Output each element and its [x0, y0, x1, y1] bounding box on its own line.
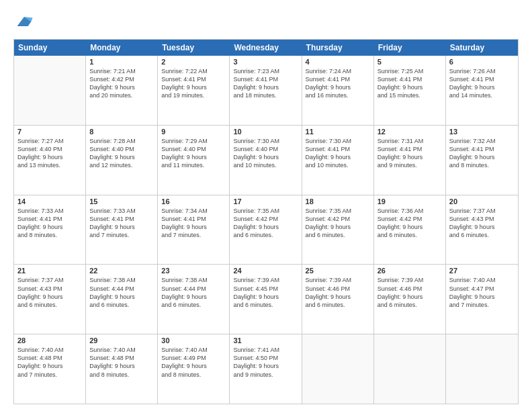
day-number: 31 [233, 336, 298, 345]
day-info: Sunrise: 7:27 AM Sunset: 4:40 PM Dayligh… [17, 137, 82, 170]
day-number: 14 [17, 197, 82, 205]
day-number: 13 [449, 128, 515, 136]
header-day: Saturday [446, 40, 518, 56]
calendar-header: SundayMondayTuesdayWednesdayThursdayFrid… [14, 40, 518, 56]
day-info: Sunrise: 7:31 AM Sunset: 4:41 PM Dayligh… [378, 137, 442, 170]
day-info: Sunrise: 7:39 AM Sunset: 4:46 PM Dayligh… [378, 276, 442, 309]
day-number: 5 [378, 58, 442, 66]
calendar-cell: 29Sunrise: 7:40 AM Sunset: 4:48 PM Dayli… [86, 334, 158, 404]
header-day: Thursday [302, 40, 374, 56]
day-info: Sunrise: 7:23 AM Sunset: 4:41 PM Dayligh… [233, 67, 298, 100]
calendar-cell: 21Sunrise: 7:37 AM Sunset: 4:43 PM Dayli… [14, 265, 86, 334]
calendar-cell: 31Sunrise: 7:41 AM Sunset: 4:50 PM Dayli… [230, 334, 302, 404]
calendar-cell: 16Sunrise: 7:34 AM Sunset: 4:41 PM Dayli… [158, 195, 230, 265]
day-info: Sunrise: 7:38 AM Sunset: 4:44 PM Dayligh… [161, 276, 226, 309]
day-number: 18 [306, 197, 370, 205]
calendar-cell: 18Sunrise: 7:35 AM Sunset: 4:42 PM Dayli… [302, 195, 374, 265]
day-number: 16 [161, 197, 226, 205]
header-day: Tuesday [158, 40, 230, 56]
day-info: Sunrise: 7:25 AM Sunset: 4:41 PM Dayligh… [378, 67, 442, 100]
day-number: 29 [89, 336, 154, 345]
day-number: 10 [233, 128, 298, 136]
calendar-cell: 11Sunrise: 7:30 AM Sunset: 4:41 PM Dayli… [302, 126, 374, 195]
day-number: 8 [89, 128, 154, 136]
day-number: 3 [233, 58, 298, 66]
calendar-cell [374, 334, 446, 404]
day-info: Sunrise: 7:33 AM Sunset: 4:41 PM Dayligh… [89, 207, 154, 240]
day-info: Sunrise: 7:39 AM Sunset: 4:45 PM Dayligh… [233, 276, 298, 309]
day-info: Sunrise: 7:39 AM Sunset: 4:46 PM Dayligh… [306, 276, 370, 309]
header-day: Wednesday [230, 40, 302, 56]
day-info: Sunrise: 7:41 AM Sunset: 4:50 PM Dayligh… [233, 346, 298, 379]
day-number: 21 [17, 267, 82, 275]
logo-icon [15, 12, 34, 31]
day-info: Sunrise: 7:33 AM Sunset: 4:41 PM Dayligh… [17, 207, 82, 240]
day-number: 2 [161, 58, 226, 66]
calendar-cell: 27Sunrise: 7:40 AM Sunset: 4:47 PM Dayli… [446, 265, 518, 334]
day-info: Sunrise: 7:38 AM Sunset: 4:44 PM Dayligh… [89, 276, 154, 309]
calendar-cell: 13Sunrise: 7:32 AM Sunset: 4:41 PM Dayli… [446, 126, 518, 195]
day-number: 28 [17, 336, 82, 345]
day-info: Sunrise: 7:40 AM Sunset: 4:49 PM Dayligh… [161, 346, 226, 379]
calendar-cell [302, 334, 374, 404]
calendar-row: 21Sunrise: 7:37 AM Sunset: 4:43 PM Dayli… [14, 265, 518, 334]
calendar-cell: 14Sunrise: 7:33 AM Sunset: 4:41 PM Dayli… [14, 195, 86, 265]
header-day: Monday [86, 40, 158, 56]
calendar-row: 1Sunrise: 7:21 AM Sunset: 4:42 PM Daylig… [14, 56, 518, 126]
day-number: 15 [89, 197, 154, 205]
day-info: Sunrise: 7:21 AM Sunset: 4:42 PM Dayligh… [89, 67, 154, 100]
day-number: 19 [378, 197, 442, 205]
calendar-cell [14, 56, 86, 125]
calendar-cell: 5Sunrise: 7:25 AM Sunset: 4:41 PM Daylig… [374, 56, 446, 125]
day-number: 4 [306, 58, 370, 66]
calendar-body: 1Sunrise: 7:21 AM Sunset: 4:42 PM Daylig… [14, 56, 518, 404]
calendar-cell: 1Sunrise: 7:21 AM Sunset: 4:42 PM Daylig… [86, 56, 158, 125]
day-info: Sunrise: 7:40 AM Sunset: 4:48 PM Dayligh… [17, 346, 82, 379]
day-number: 22 [89, 267, 154, 275]
day-number: 24 [233, 267, 298, 275]
calendar: SundayMondayTuesdayWednesdayThursdayFrid… [13, 39, 519, 404]
day-info: Sunrise: 7:30 AM Sunset: 4:41 PM Dayligh… [306, 137, 370, 170]
day-info: Sunrise: 7:40 AM Sunset: 4:48 PM Dayligh… [89, 346, 154, 379]
day-number: 17 [233, 197, 298, 205]
day-number: 12 [378, 128, 442, 136]
calendar-row: 28Sunrise: 7:40 AM Sunset: 4:48 PM Dayli… [14, 334, 518, 404]
day-info: Sunrise: 7:35 AM Sunset: 4:42 PM Dayligh… [306, 207, 370, 240]
day-number: 25 [306, 267, 370, 275]
day-number: 27 [449, 267, 515, 275]
day-info: Sunrise: 7:22 AM Sunset: 4:41 PM Dayligh… [161, 67, 226, 100]
day-number: 1 [89, 58, 154, 66]
calendar-cell: 25Sunrise: 7:39 AM Sunset: 4:46 PM Dayli… [302, 265, 374, 334]
day-number: 26 [378, 267, 442, 275]
day-info: Sunrise: 7:32 AM Sunset: 4:41 PM Dayligh… [449, 137, 515, 170]
calendar-cell: 22Sunrise: 7:38 AM Sunset: 4:44 PM Dayli… [86, 265, 158, 334]
calendar-cell: 20Sunrise: 7:37 AM Sunset: 4:43 PM Dayli… [446, 195, 518, 265]
calendar-cell: 9Sunrise: 7:29 AM Sunset: 4:40 PM Daylig… [158, 126, 230, 195]
calendar-cell: 30Sunrise: 7:40 AM Sunset: 4:49 PM Dayli… [158, 334, 230, 404]
header-day: Sunday [14, 40, 86, 56]
day-info: Sunrise: 7:36 AM Sunset: 4:42 PM Dayligh… [378, 207, 442, 240]
calendar-cell: 2Sunrise: 7:22 AM Sunset: 4:41 PM Daylig… [158, 56, 230, 125]
calendar-cell: 15Sunrise: 7:33 AM Sunset: 4:41 PM Dayli… [86, 195, 158, 265]
calendar-row: 14Sunrise: 7:33 AM Sunset: 4:41 PM Dayli… [14, 195, 518, 265]
day-info: Sunrise: 7:34 AM Sunset: 4:41 PM Dayligh… [161, 207, 226, 240]
day-number: 23 [161, 267, 226, 275]
day-info: Sunrise: 7:37 AM Sunset: 4:43 PM Dayligh… [449, 207, 515, 240]
calendar-cell: 28Sunrise: 7:40 AM Sunset: 4:48 PM Dayli… [14, 334, 86, 404]
day-info: Sunrise: 7:40 AM Sunset: 4:47 PM Dayligh… [449, 276, 515, 309]
calendar-cell: 10Sunrise: 7:30 AM Sunset: 4:40 PM Dayli… [230, 126, 302, 195]
calendar-cell: 26Sunrise: 7:39 AM Sunset: 4:46 PM Dayli… [374, 265, 446, 334]
calendar-cell: 8Sunrise: 7:28 AM Sunset: 4:40 PM Daylig… [86, 126, 158, 195]
calendar-cell [446, 334, 518, 404]
day-info: Sunrise: 7:24 AM Sunset: 4:41 PM Dayligh… [306, 67, 370, 100]
day-number: 9 [161, 128, 226, 136]
day-number: 11 [306, 128, 370, 136]
calendar-cell: 6Sunrise: 7:26 AM Sunset: 4:41 PM Daylig… [446, 56, 518, 125]
day-number: 20 [449, 197, 515, 205]
day-info: Sunrise: 7:37 AM Sunset: 4:43 PM Dayligh… [17, 276, 82, 309]
day-number: 6 [449, 58, 515, 66]
calendar-cell: 23Sunrise: 7:38 AM Sunset: 4:44 PM Dayli… [158, 265, 230, 334]
calendar-cell: 24Sunrise: 7:39 AM Sunset: 4:45 PM Dayli… [230, 265, 302, 334]
day-number: 30 [161, 336, 226, 345]
calendar-row: 7Sunrise: 7:27 AM Sunset: 4:40 PM Daylig… [14, 126, 518, 195]
